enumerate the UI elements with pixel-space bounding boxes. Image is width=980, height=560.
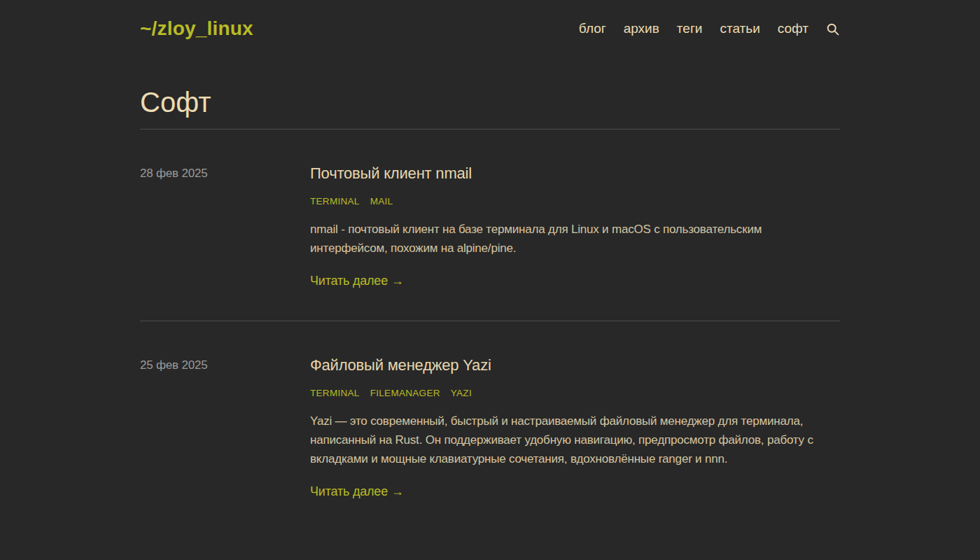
read-more-link[interactable]: Читать далее → [310, 274, 404, 288]
tag-mail[interactable]: MAIL [370, 196, 393, 206]
site-title-link[interactable]: ~/zloy_linux [140, 18, 253, 40]
post-item-yazi: 25 фев 2025 Файловый менеджер Yazi TERMI… [140, 321, 840, 531]
nav-item-articles[interactable]: статьи [720, 21, 760, 36]
search-icon [825, 22, 840, 36]
post-title-link[interactable]: Почтовый клиент nmail [310, 164, 472, 182]
post-item-nmail: 28 фев 2025 Почтовый клиент nmail TERMIN… [140, 130, 840, 321]
post-excerpt: Yazi — это современный, быстрый и настра… [310, 412, 816, 468]
tag-yazi[interactable]: YAZI [451, 388, 472, 398]
nav-item-soft[interactable]: софт [778, 21, 808, 36]
main-content: Софт 28 фев 2025 Почтовый клиент nmail T… [140, 87, 840, 531]
nav-item-archive[interactable]: архив [624, 21, 659, 36]
post-body: Почтовый клиент nmail TERMINAL MAIL nmai… [310, 164, 840, 288]
post-date: 28 фев 2025 [140, 164, 310, 288]
tag-terminal[interactable]: TERMINAL [310, 388, 360, 398]
page-container: ~/zloy_linux блог архив теги статьи софт… [140, 0, 840, 531]
main-nav: блог архив теги статьи софт [561, 21, 840, 36]
nav-item-blog[interactable]: блог [579, 21, 606, 36]
post-tags: TERMINAL FILEMANAGER YAZI [310, 388, 840, 398]
read-more-link[interactable]: Читать далее → [310, 484, 404, 499]
post-title-link[interactable]: Файловый менеджер Yazi [310, 356, 491, 374]
nav-item-tags[interactable]: теги [677, 21, 703, 36]
tag-terminal[interactable]: TERMINAL [310, 196, 360, 206]
post-excerpt: nmail - почтовый клиент на базе терминал… [310, 220, 816, 258]
post-date: 25 фев 2025 [140, 356, 310, 499]
post-body: Файловый менеджер Yazi TERMINAL FILEMANA… [310, 356, 840, 499]
page-title: Софт [140, 87, 840, 118]
tag-filemanager[interactable]: FILEMANAGER [370, 388, 440, 398]
site-header: ~/zloy_linux блог архив теги статьи софт [140, 0, 840, 43]
post-title: Почтовый клиент nmail [310, 164, 840, 183]
post-title: Файловый менеджер Yazi [310, 356, 840, 374]
search-button[interactable] [825, 22, 840, 36]
post-tags: TERMINAL MAIL [310, 196, 840, 206]
